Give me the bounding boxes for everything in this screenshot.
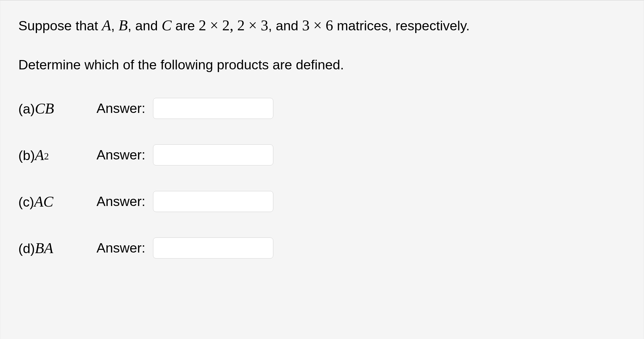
part-d-row: (d) BA Answer:: [18, 238, 626, 259]
part-c-label: (c) AC: [18, 193, 97, 210]
instruction-text: Determine which of the following product…: [18, 56, 626, 74]
answer-label-d: Answer:: [97, 240, 146, 256]
answer-label-a: Answer:: [97, 101, 146, 116]
part-c-row: (c) AC Answer:: [18, 191, 626, 212]
dim1-a: 2: [199, 17, 206, 34]
intro-comma1: ,: [111, 18, 118, 33]
part-b-sup: 2: [44, 151, 49, 162]
intro-suffix: matrices, respectively.: [333, 18, 470, 33]
matrix-A: A: [102, 17, 111, 34]
part-b-paren: (b): [18, 148, 35, 163]
matrix-C: C: [161, 17, 171, 34]
part-a-row: (a) CB Answer:: [18, 98, 626, 119]
intro-comma2: , and: [128, 18, 162, 33]
answer-input-b[interactable]: [153, 144, 273, 165]
part-b-expr-1: A: [35, 146, 44, 164]
part-d-expr-2: A: [44, 239, 54, 257]
part-c-expr-1: A: [34, 193, 43, 210]
answer-label-c: Answer:: [97, 194, 146, 209]
part-a-expr-2: B: [45, 100, 54, 117]
answer-input-c[interactable]: [153, 191, 273, 212]
sep1: ,: [230, 17, 237, 34]
part-b-label: (b) A2: [18, 146, 97, 164]
answer-input-a[interactable]: [153, 98, 273, 119]
dim2-a: 2: [237, 17, 245, 34]
part-d-expr-1: B: [35, 239, 44, 257]
dim1-b: 2: [222, 17, 230, 34]
sep2: , and: [268, 18, 302, 33]
intro-text: Suppose that A, B, and C are 2 × 2, 2 × …: [18, 16, 626, 35]
dim2-b: 3: [261, 17, 268, 34]
times-1: ×: [206, 17, 222, 34]
part-d-label: (d) BA: [18, 239, 97, 257]
answer-label-b: Answer:: [97, 147, 146, 163]
times-2: ×: [245, 17, 261, 34]
times-3: ×: [310, 17, 326, 34]
part-c-paren: (c): [18, 194, 34, 210]
question-container: Suppose that A, B, and C are 2 × 2, 2 × …: [0, 0, 644, 339]
part-a-paren: (a): [18, 101, 35, 117]
part-b-row: (b) A2 Answer:: [18, 144, 626, 165]
part-a-label: (a) CB: [18, 100, 97, 117]
part-c-expr-2: C: [43, 193, 53, 210]
intro-prefix: Suppose that: [18, 18, 102, 33]
matrix-B: B: [118, 17, 128, 34]
dim3-b: 6: [326, 17, 333, 34]
dim3-a: 3: [302, 17, 310, 34]
part-a-expr-1: C: [35, 100, 45, 117]
intro-mid: are: [172, 18, 199, 33]
part-d-paren: (d): [18, 241, 35, 256]
answer-input-d[interactable]: [153, 238, 273, 259]
